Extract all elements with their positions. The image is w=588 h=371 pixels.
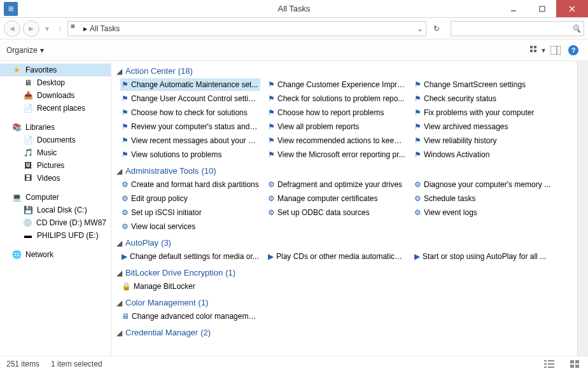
- forward-button[interactable]: ►: [23, 20, 39, 37]
- task-label: Edit group policy: [131, 194, 188, 203]
- nav-item[interactable]: 📄Documents: [0, 134, 111, 146]
- item-icon: ⚑: [268, 122, 275, 131]
- nav-item[interactable]: 💾Local Disk (C:): [0, 204, 111, 216]
- organize-button[interactable]: Organize ▾: [6, 46, 44, 55]
- minimize-button[interactable]: [499, 0, 528, 17]
- nav-item-label: Downloads: [37, 91, 74, 100]
- nav-item[interactable]: 🖼Pictures: [0, 159, 111, 172]
- task-label: Choose how to report problems: [277, 108, 384, 117]
- group-header[interactable]: ◢BitLocker Drive Encryption (1): [116, 268, 576, 277]
- nav-item[interactable]: 🖥Desktop: [0, 76, 111, 89]
- task-item[interactable]: ⚙Defragment and optimize your drives: [267, 178, 407, 191]
- nav-item[interactable]: 🎞Videos: [0, 172, 111, 185]
- nav-computer[interactable]: 💻Computer: [0, 191, 111, 204]
- task-item[interactable]: ⚑Change User Account Control settings: [120, 92, 260, 105]
- task-label: View local services: [131, 222, 195, 231]
- nav-item-label: Desktop: [37, 78, 65, 87]
- nav-item[interactable]: 📄Recent places: [0, 102, 111, 115]
- nav-label: Libraries: [25, 123, 55, 132]
- group-header[interactable]: ◢Color Management (1): [116, 298, 576, 307]
- task-item[interactable]: ⚙Diagnose your computer's memory ...: [413, 178, 553, 191]
- svg-rect-16: [570, 360, 574, 363]
- item-icon: ⚑: [122, 136, 129, 145]
- refresh-button[interactable]: ↻: [429, 21, 444, 36]
- help-button[interactable]: ?: [565, 43, 582, 57]
- nav-item[interactable]: 🎵Music: [0, 146, 111, 159]
- group-header[interactable]: ◢Action Center (18): [116, 66, 576, 76]
- view-options-button[interactable]: ▾: [529, 43, 546, 57]
- task-item[interactable]: 🖥Change advanced color manageme...: [120, 310, 260, 323]
- item-icon: ⚙: [414, 194, 421, 203]
- computer-icon: 💻: [11, 192, 22, 202]
- group-header[interactable]: ◢AutoPlay (3): [116, 238, 576, 248]
- preview-pane-button[interactable]: [547, 43, 564, 57]
- task-label: Change User Account Control settings: [131, 94, 259, 103]
- task-item[interactable]: 🔒Manage BitLocker: [120, 280, 260, 293]
- task-label: Play CDs or other media automatically: [276, 252, 405, 261]
- task-item[interactable]: ⚙Edit group policy: [120, 192, 260, 205]
- address-bar[interactable]: ⊞ ▸ All Tasks ⌄: [67, 21, 426, 36]
- task-item[interactable]: ⚙Set up iSCSI initiator: [120, 206, 260, 219]
- close-button[interactable]: [556, 0, 588, 17]
- task-item[interactable]: ⚑View reliability history: [413, 134, 553, 147]
- group-count: (2): [200, 328, 211, 337]
- titlebar: ⊞ All Tasks: [0, 0, 588, 18]
- task-item[interactable]: ⚑Check for solutions to problem repo...: [267, 92, 407, 105]
- group-header[interactable]: ◢Administrative Tools (10): [116, 166, 576, 176]
- task-item[interactable]: ⚑View the Microsoft error reporting pr..…: [267, 148, 407, 161]
- svg-rect-12: [544, 363, 547, 365]
- back-button[interactable]: ◄: [4, 20, 20, 37]
- task-item[interactable]: ⚑Change Automatic Maintenance set...: [120, 78, 260, 91]
- task-item[interactable]: ⚙Set up ODBC data sources: [267, 206, 407, 219]
- task-item[interactable]: ⚙Create and format hard disk partitions: [120, 178, 260, 191]
- maximize-button[interactable]: [528, 0, 556, 17]
- task-item[interactable]: ⚑Choose how to report problems: [267, 106, 407, 119]
- nav-item[interactable]: 📥Downloads: [0, 89, 111, 102]
- search-input[interactable]: [454, 24, 571, 33]
- task-item[interactable]: ⚑Fix problems with your computer: [413, 106, 553, 119]
- task-item[interactable]: ▶Start or stop using AutoPlay for all ..…: [413, 250, 553, 263]
- libraries-icon: 📚: [11, 122, 22, 132]
- task-item[interactable]: ⚑Review your computer's status and r...: [120, 120, 260, 133]
- nav-item-label: Music: [37, 148, 57, 157]
- nav-favorites[interactable]: ★Favorites: [0, 64, 111, 76]
- task-item[interactable]: ⚑View archived messages: [413, 120, 553, 133]
- task-item[interactable]: ⚑Check security status: [413, 92, 553, 105]
- search-box[interactable]: 🔍: [451, 21, 584, 36]
- icons-view-button[interactable]: [568, 358, 582, 370]
- system-icon: ⊞: [4, 2, 18, 16]
- nav-item[interactable]: ▬PHILIPS UFD (E:): [0, 229, 111, 242]
- task-label: Set up iSCSI initiator: [131, 208, 202, 217]
- task-item[interactable]: ⚙View local services: [120, 220, 260, 233]
- task-item[interactable]: ⚑View all problem reports: [267, 120, 407, 133]
- nav-item-label: PHILIPS UFD (E:): [37, 231, 99, 240]
- task-item[interactable]: ⚙Schedule tasks: [413, 192, 553, 205]
- nav-libraries[interactable]: 📚Libraries: [0, 121, 111, 134]
- status-bar: 251 items 1 item selected: [0, 356, 588, 371]
- task-item[interactable]: ⚙View event logs: [413, 206, 553, 219]
- item-icon: ⚑: [268, 80, 275, 89]
- item-icon: ⚑: [122, 94, 129, 103]
- breadcrumb[interactable]: All Tasks: [90, 24, 120, 33]
- item-icon: ⚙: [122, 194, 129, 203]
- task-item[interactable]: ⚑Change Customer Experience Impro...: [267, 78, 407, 91]
- task-item[interactable]: ⚑View recent messages about your co...: [120, 134, 260, 147]
- group-header[interactable]: ◢Credential Manager (2): [116, 328, 576, 337]
- task-item[interactable]: ▶Play CDs or other media automatically: [267, 250, 407, 263]
- task-item[interactable]: ⚑Change SmartScreen settings: [413, 78, 553, 91]
- nav-item[interactable]: 💿CD Drive (D:) MW87: [0, 216, 111, 229]
- task-item[interactable]: ⚙Manage computer certificates: [267, 192, 407, 205]
- task-label: View all problem reports: [277, 122, 360, 131]
- task-item[interactable]: ⚑View solutions to problems: [120, 148, 260, 161]
- task-item[interactable]: ⚑Choose how to check for solutions: [120, 106, 260, 119]
- task-item[interactable]: ▶Change default settings for media or...: [120, 250, 260, 263]
- nav-network[interactable]: 🌐Network: [0, 248, 111, 261]
- task-item[interactable]: ⚑View recommended actions to keep ...: [267, 134, 407, 147]
- recent-locations-button[interactable]: ▾: [42, 20, 52, 37]
- up-button[interactable]: ↑: [55, 20, 65, 37]
- address-dropdown-icon[interactable]: ⌄: [417, 24, 423, 33]
- task-label: View the Microsoft error reporting pr...: [277, 150, 405, 159]
- task-item[interactable]: ⚑Windows Activation: [413, 148, 553, 161]
- scrollbar[interactable]: [577, 61, 588, 356]
- details-view-button[interactable]: [542, 358, 556, 370]
